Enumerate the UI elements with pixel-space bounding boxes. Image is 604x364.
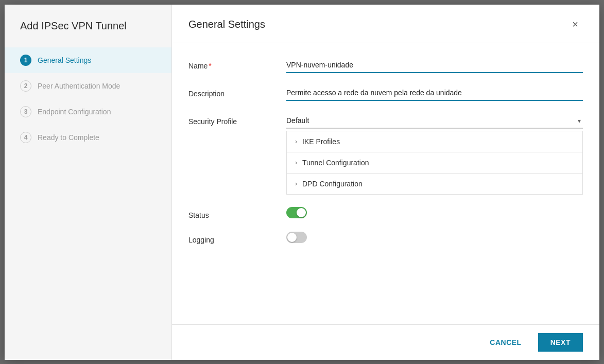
name-label: Name*: [188, 58, 276, 70]
expand-row-label: Tunnel Configuration: [302, 159, 369, 167]
security-profile-select[interactable]: Default: [286, 113, 583, 129]
cancel-button[interactable]: CANCEL: [479, 333, 531, 352]
step-label: Ready to Complete: [38, 133, 99, 142]
security-profile-wrap: Default ▾ › IKE Profiles › Tunnel Config…: [286, 113, 583, 195]
expand-row-dpd-configuration[interactable]: › DPD Configuration: [287, 174, 582, 194]
expand-row-ike-profiles[interactable]: › IKE Profiles: [287, 131, 582, 152]
description-input[interactable]: [286, 85, 583, 101]
security-profile-row: Security Profile Default ▾ › IKE Profile…: [188, 113, 583, 195]
sidebar: Add IPSec VPN Tunnel 1 General Settings …: [5, 5, 172, 360]
step-num: 1: [20, 55, 31, 66]
step-label: General Settings: [38, 56, 91, 64]
modal: Add IPSec VPN Tunnel 1 General Settings …: [5, 5, 599, 360]
sidebar-title: Add IPSec VPN Tunnel: [5, 20, 171, 47]
status-label: Status: [188, 207, 276, 219]
step-num: 4: [20, 132, 31, 143]
main-header: General Settings ×: [172, 5, 599, 43]
chevron-right-icon: ›: [295, 138, 297, 145]
main-panel-title: General Settings: [188, 19, 265, 30]
name-input[interactable]: [286, 58, 583, 73]
name-row: Name*: [188, 58, 583, 73]
close-button[interactable]: ×: [567, 17, 583, 32]
chevron-right-icon: ›: [295, 180, 297, 187]
name-input-wrap: [286, 58, 583, 73]
status-toggle[interactable]: [286, 207, 307, 218]
step-item-3[interactable]: 3 Endpoint Configuration: [5, 99, 171, 125]
description-label: Description: [188, 85, 276, 98]
step-item-4[interactable]: 4 Ready to Complete: [5, 125, 171, 150]
required-star: *: [209, 62, 211, 70]
chevron-right-icon: ›: [295, 159, 297, 166]
description-row: Description: [188, 85, 583, 101]
expand-row-label: IKE Profiles: [302, 137, 340, 146]
logging-toggle[interactable]: [286, 232, 307, 243]
status-row: Status: [188, 207, 583, 219]
step-label: Endpoint Configuration: [38, 108, 111, 116]
expand-row-label: DPD Configuration: [302, 180, 363, 188]
logging-toggle-wrap: [286, 232, 583, 243]
expand-row-tunnel-configuration[interactable]: › Tunnel Configuration: [287, 152, 582, 174]
modal-overlay: Add IPSec VPN Tunnel 1 General Settings …: [0, 0, 604, 364]
logging-row: Logging: [188, 232, 583, 244]
modal-footer: CANCEL NEXT: [172, 324, 599, 360]
main-panel: General Settings × Name* Description: [172, 5, 599, 360]
step-label: Peer Authentication Mode: [38, 82, 120, 90]
step-num: 2: [20, 80, 31, 92]
security-profile-select-wrap: Default ▾: [286, 113, 583, 129]
security-profile-label: Security Profile: [188, 113, 276, 126]
next-button[interactable]: NEXT: [538, 333, 583, 352]
logging-toggle-knob: [287, 233, 297, 242]
main-body: Name* Description Security Profile: [172, 43, 599, 324]
step-item-1[interactable]: 1 General Settings: [5, 47, 171, 73]
step-item-2[interactable]: 2 Peer Authentication Mode: [5, 73, 171, 99]
status-toggle-wrap: [286, 207, 583, 218]
logging-label: Logging: [188, 232, 276, 244]
status-toggle-knob: [297, 208, 306, 217]
expand-sections: › IKE Profiles › Tunnel Configuration › …: [286, 131, 583, 195]
step-num: 3: [20, 106, 31, 117]
description-input-wrap: [286, 85, 583, 101]
